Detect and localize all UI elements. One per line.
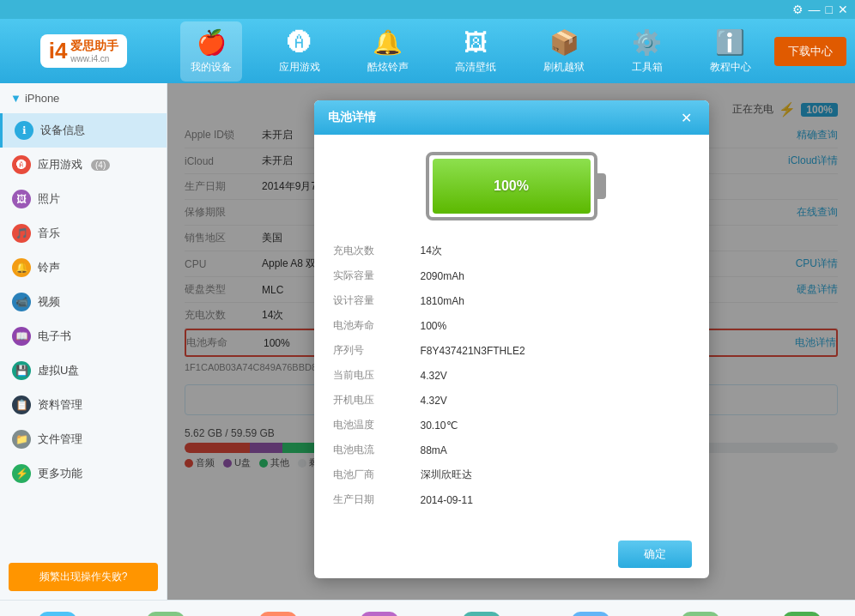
sidebar-item-udisk[interactable]: 💾 虚拟U盘 xyxy=(0,353,167,388)
freq-error-button[interactable]: 频繁出现操作失败? xyxy=(9,563,158,591)
photos-icon: 🖼 xyxy=(12,190,31,208)
nav-item-my-device[interactable]: 🍎我的设备 xyxy=(180,21,242,82)
udisk-icon: 💾 xyxy=(12,361,31,380)
modal-info-value: 88mA xyxy=(421,438,690,462)
logo-name: 爱思助手 xyxy=(70,39,118,54)
nav-item-ringtone[interactable]: 🔔酷炫铃声 xyxy=(357,21,419,82)
wallpaper-icon: 🖼 xyxy=(464,28,488,57)
download-center-button[interactable]: 下载中心 xyxy=(774,37,846,66)
modal-close-button[interactable]: ✕ xyxy=(678,109,695,126)
modal-info-label: 序列号 xyxy=(333,339,419,362)
organize-desktop-icon: ⊞ xyxy=(463,612,500,616)
ebook-icon: 📖 xyxy=(12,327,31,346)
modal-info-value: 14次 xyxy=(421,239,690,263)
sidebar-item-data-mgr[interactable]: 📋 资料管理 xyxy=(0,388,167,422)
make-ringtone-icon: 🎵 xyxy=(361,612,398,616)
modal-info-value: 30.10℃ xyxy=(421,414,690,437)
modal-info-value: 4.32V xyxy=(421,389,690,412)
device-arrow: ▼ xyxy=(10,92,21,105)
nav-item-tutorial[interactable]: ℹ️教程中心 xyxy=(700,21,761,82)
file-mgr-icon: 📁 xyxy=(12,430,31,449)
backup-icon: ☁ xyxy=(147,612,185,616)
toolbar-item-make-ringtone[interactable]: 🎵 制作铃声 xyxy=(352,607,407,616)
modal-info-row: 序列号 F8Y437421N3FTHLE2 xyxy=(333,339,690,362)
data-mgr-icon: 📋 xyxy=(12,396,31,414)
modal-info-label: 充电次数 xyxy=(333,239,419,263)
sidebar-item-music[interactable]: 🎵 音乐 xyxy=(0,216,167,251)
toolbar-item-migrate[interactable]: 📲 迁移设备数据 xyxy=(664,607,737,616)
nav-item-tools[interactable]: ⚙️工具箱 xyxy=(622,21,673,82)
ringtone-icon: 🔔 xyxy=(373,28,403,57)
modal-info-value: 1810mAh xyxy=(421,289,690,312)
modal-info-label: 生产日期 xyxy=(333,488,419,511)
modal-info-row: 当前电压 4.32V xyxy=(333,364,690,387)
nav-item-jailbreak[interactable]: 📦刷机越狱 xyxy=(533,21,595,82)
video-icon: 📹 xyxy=(12,293,31,311)
toolbar-item-organize-desktop[interactable]: ⊞ 整理设备桌面 xyxy=(445,607,518,616)
gear-icon[interactable]: ⚙ xyxy=(792,3,803,16)
modal-info-label: 实际容量 xyxy=(333,264,419,287)
modal-info-row: 设计容量 1810mAh xyxy=(333,289,690,312)
jailbreak-icon: 📦 xyxy=(549,28,579,57)
modal-info-value: 深圳欣旺达 xyxy=(421,463,690,486)
sidebar-item-ebook[interactable]: 📖 电子书 xyxy=(0,319,167,353)
modal-info-row: 开机电压 4.32V xyxy=(333,389,690,412)
modal-title: 电池详情 xyxy=(328,110,376,125)
toolbar-item-ios-update[interactable]: ⚙ 屏蔽iOS更新 xyxy=(555,607,626,616)
badge-app-game: (4) xyxy=(91,160,110,171)
sidebar-item-more[interactable]: ⚡ 更多功能 xyxy=(0,456,167,491)
modal-ok-button[interactable]: 确定 xyxy=(618,541,692,568)
modal-info-label: 电池电流 xyxy=(333,438,419,462)
ios-update-icon: ⚙ xyxy=(572,612,609,616)
migrate-icon: 📲 xyxy=(682,612,719,616)
app-game-icon: 🅐 xyxy=(288,28,312,57)
modal-info-value: F8Y437421N3FTHLE2 xyxy=(421,339,690,362)
sidebar-item-video[interactable]: 📹 视频 xyxy=(0,285,167,319)
battery-fill: 100% xyxy=(433,159,591,214)
more-features-icon: ≡ xyxy=(783,612,821,616)
toolbar-item-install-mobile[interactable]: 📱 安装移动端 xyxy=(26,607,90,616)
modal-info-row: 电池厂商 深圳欣旺达 xyxy=(333,463,690,486)
my-device-icon: 🍎 xyxy=(197,28,227,57)
sidebar-item-file-mgr[interactable]: 📁 文件管理 xyxy=(0,422,167,456)
modal-info-row: 充电次数 14次 xyxy=(333,239,690,263)
sidebar-item-ringtone2[interactable]: 🔔 铃声 xyxy=(0,251,167,285)
tools-icon: ⚙️ xyxy=(632,28,662,57)
toolbar-item-screen-mirror[interactable]: 📺 手机投屏直播 xyxy=(241,607,315,616)
app-game-icon: 🅐 xyxy=(12,155,31,174)
modal-info-label: 设计容量 xyxy=(333,289,419,312)
app-logo: i4 爱思助手 www.i4.cn xyxy=(40,34,128,68)
tutorial-icon: ℹ️ xyxy=(715,28,745,57)
modal-info-label: 电池寿命 xyxy=(333,314,419,337)
modal-info-value: 2014-09-11 xyxy=(421,488,690,511)
battery-detail-modal: 电池详情 ✕ 100% 充电次数 14次 实际容量 2090mAh xyxy=(314,100,709,578)
modal-info-label: 电池厂商 xyxy=(333,463,419,486)
nav-item-app-game[interactable]: 🅐应用游戏 xyxy=(269,21,330,82)
toolbar-item-backup[interactable]: ☁ 备份/恢复数据 xyxy=(127,607,203,616)
device-label: ▼ iPhone xyxy=(0,83,167,113)
nav-item-wallpaper[interactable]: 🖼高清壁纸 xyxy=(445,21,506,82)
battery-visual: 100% xyxy=(331,152,692,220)
battery-percent-label: 100% xyxy=(494,178,529,194)
ringtone2-icon: 🔔 xyxy=(12,258,31,277)
sidebar-item-device-info[interactable]: ℹ 设备信息 xyxy=(0,113,167,148)
logo-i4: i4 xyxy=(49,38,68,64)
sidebar-item-app-game[interactable]: 🅐 应用游戏(4) xyxy=(0,148,167,182)
device-info-icon: ℹ xyxy=(15,121,33,140)
minimize-icon[interactable]: — xyxy=(809,3,821,16)
modal-overlay: 电池详情 ✕ 100% 充电次数 14次 实际容量 2090mAh xyxy=(167,83,855,600)
modal-info-label: 开机电压 xyxy=(333,389,419,412)
screen-mirror-icon: 📺 xyxy=(259,612,297,616)
more-icon: ⚡ xyxy=(12,464,31,483)
maximize-icon[interactable]: □ xyxy=(826,3,833,16)
modal-info-row: 电池温度 30.10℃ xyxy=(333,414,690,437)
toolbar-item-more-features[interactable]: ≡ 更多功能 xyxy=(774,607,829,616)
battery-info-table: 充电次数 14次 实际容量 2090mAh 设计容量 1810mAh 电池寿命 … xyxy=(331,238,692,513)
device-name: iPhone xyxy=(25,92,59,105)
modal-info-value: 2090mAh xyxy=(421,264,690,287)
modal-info-value: 100% xyxy=(421,314,690,337)
sidebar-item-photos[interactable]: 🖼 照片 xyxy=(0,182,167,216)
modal-info-row: 生产日期 2014-09-11 xyxy=(333,488,690,511)
close-icon[interactable]: ✕ xyxy=(838,3,848,16)
install-mobile-icon: 📱 xyxy=(39,612,76,616)
